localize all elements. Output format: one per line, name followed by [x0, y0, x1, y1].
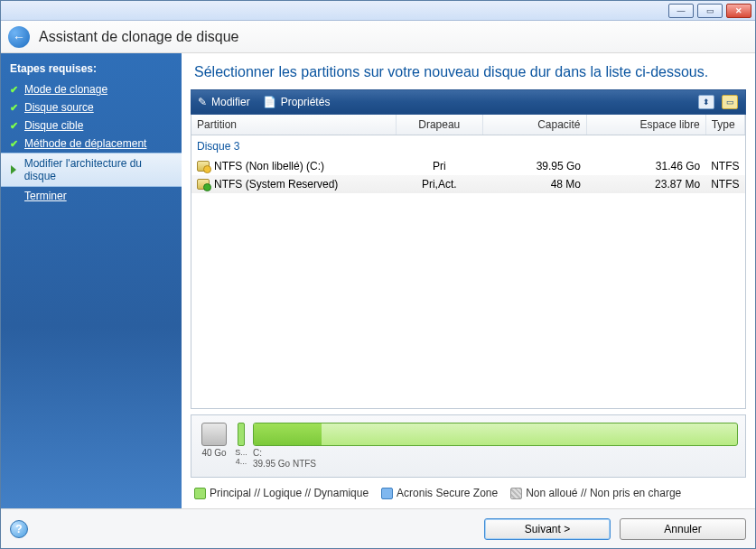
partition-free: 23.87 Mo	[586, 175, 705, 193]
close-button[interactable]: ✕	[726, 4, 751, 18]
partition-capacity: 48 Mo	[482, 175, 586, 193]
partition-name: NTFS (Non libellé) (C:)	[214, 160, 324, 172]
partition-flag: Pri,Act.	[396, 175, 482, 193]
columns-button[interactable]: ⬍	[698, 95, 714, 109]
back-arrow-icon: ←	[13, 30, 25, 44]
pmap-main-detail: 39.95 Go NTFS	[253, 459, 738, 470]
properties-label: Propriétés	[281, 96, 331, 108]
window-title: Assistant de clonage de disque	[39, 29, 238, 45]
partition-icon	[197, 179, 210, 190]
pmap-sys-partition[interactable]: S... 4...	[237, 423, 246, 466]
partition-free: 31.46 Go	[586, 157, 705, 175]
col-free[interactable]: Espace libre	[586, 115, 705, 135]
step-label: Modifier l'architecture du disque	[24, 157, 173, 182]
legend-principal: Principal // Logique // Dynamique	[194, 487, 369, 499]
partition-name: NTFS (System Reserved)	[214, 178, 338, 191]
partition-map: 40 Go S... 4... C: 39.95 Go NTFS	[191, 414, 746, 478]
step-architecture[interactable]: Modifier l'architecture du disque	[1, 153, 182, 187]
col-partition[interactable]: Partition	[191, 115, 396, 135]
arrow-right-icon	[8, 164, 19, 175]
partition-table: Partition Drapeau Capacité Espace libre …	[191, 115, 745, 193]
swatch-green-icon	[194, 488, 206, 499]
titlebar: ← Assistant de clonage de disque	[1, 21, 755, 53]
sidebar: Etapes requises: ✔ Mode de clonage ✔ Dis…	[1, 53, 182, 508]
swatch-blue-icon	[381, 488, 393, 499]
edit-button[interactable]: ✎ Modifier	[198, 96, 250, 108]
swatch-gray-icon	[510, 488, 522, 499]
headline: Sélectionner les partitions sur votre no…	[182, 53, 755, 89]
legend-unalloc: Non alloué // Non pris en charge	[510, 487, 681, 499]
pmap-main-name: C:	[253, 448, 738, 459]
check-icon: ✔	[8, 138, 19, 149]
pmap-disk-size: 40 Go	[201, 448, 226, 458]
footer: ? Suivant > Annuler	[1, 508, 755, 548]
pencil-icon: ✎	[198, 96, 207, 108]
col-capacity[interactable]: Capacité	[482, 115, 586, 135]
pmap-sys-label-top: S...	[235, 448, 247, 457]
help-button[interactable]: ?	[10, 520, 28, 538]
back-button[interactable]: ←	[8, 26, 30, 48]
cancel-button[interactable]: Annuler	[620, 518, 746, 540]
partition-row[interactable]: NTFS (Non libellé) (C:) Pri 39.95 Go 31.…	[191, 157, 745, 175]
partition-row[interactable]: NTFS (System Reserved) Pri,Act. 48 Mo 23…	[191, 175, 745, 193]
main: Sélectionner les partitions sur votre no…	[182, 53, 755, 508]
hdd-icon	[201, 423, 227, 446]
partition-capacity: 39.95 Go	[482, 157, 586, 175]
main-inner: ✎ Modifier 📄 Propriétés ⬍ ▭	[182, 89, 755, 508]
properties-button[interactable]: 📄 Propriétés	[263, 96, 331, 108]
body: Etapes requises: ✔ Mode de clonage ✔ Dis…	[1, 53, 755, 508]
col-type[interactable]: Type	[705, 115, 744, 135]
partition-toolbar: ✎ Modifier 📄 Propriétés ⬍ ▭	[191, 89, 746, 115]
step-label: Mode de clonage	[24, 83, 107, 96]
properties-icon: 📄	[263, 96, 276, 108]
pmap-disk: 40 Go	[199, 423, 229, 458]
col-flag[interactable]: Drapeau	[396, 115, 482, 135]
maximize-button[interactable]: ▭	[697, 4, 723, 18]
partition-type: NTFS	[705, 175, 744, 193]
step-label: Méthode de déplacement	[24, 137, 146, 150]
pmap-sys-label-bottom: 4...	[236, 457, 247, 466]
step-target[interactable]: ✔ Disque cible	[1, 116, 182, 135]
pmap-main-bar	[253, 423, 738, 446]
minimize-button[interactable]: —	[668, 4, 694, 18]
legend: Principal // Logique // Dynamique Acroni…	[191, 481, 746, 508]
next-button[interactable]: Suivant >	[484, 518, 611, 540]
disk-group-label: Disque 3	[191, 135, 745, 158]
step-label: Terminer	[24, 190, 67, 202]
legend-acronis: Acronis Secure Zone	[381, 487, 498, 499]
pmap-main-partition[interactable]: C: 39.95 Go NTFS	[253, 423, 738, 470]
edit-label: Modifier	[211, 96, 250, 108]
check-icon: ✔	[8, 84, 19, 95]
check-icon: ✔	[8, 120, 19, 131]
window: — ▭ ✕ ← Assistant de clonage de disque E…	[0, 0, 756, 549]
sidebar-header: Etapes requises:	[1, 59, 182, 80]
check-icon: ✔	[8, 102, 19, 113]
partition-type: NTFS	[705, 157, 744, 175]
step-mode[interactable]: ✔ Mode de clonage	[1, 80, 182, 98]
partition-table-wrap: Partition Drapeau Capacité Espace libre …	[191, 115, 746, 409]
pmap-sys-bar	[238, 423, 245, 446]
step-finish[interactable]: Terminer	[1, 187, 182, 205]
step-source[interactable]: ✔ Disque source	[1, 98, 182, 116]
disk-group-row[interactable]: Disque 3	[191, 135, 745, 158]
view-button[interactable]: ▭	[722, 95, 738, 109]
partition-flag: Pri	[396, 157, 482, 175]
blank-icon	[8, 191, 19, 201]
step-method[interactable]: ✔ Méthode de déplacement	[1, 135, 182, 153]
step-label: Disque cible	[24, 119, 83, 132]
window-chrome: — ▭ ✕	[1, 1, 755, 21]
step-label: Disque source	[24, 101, 94, 114]
partition-icon	[197, 161, 210, 172]
